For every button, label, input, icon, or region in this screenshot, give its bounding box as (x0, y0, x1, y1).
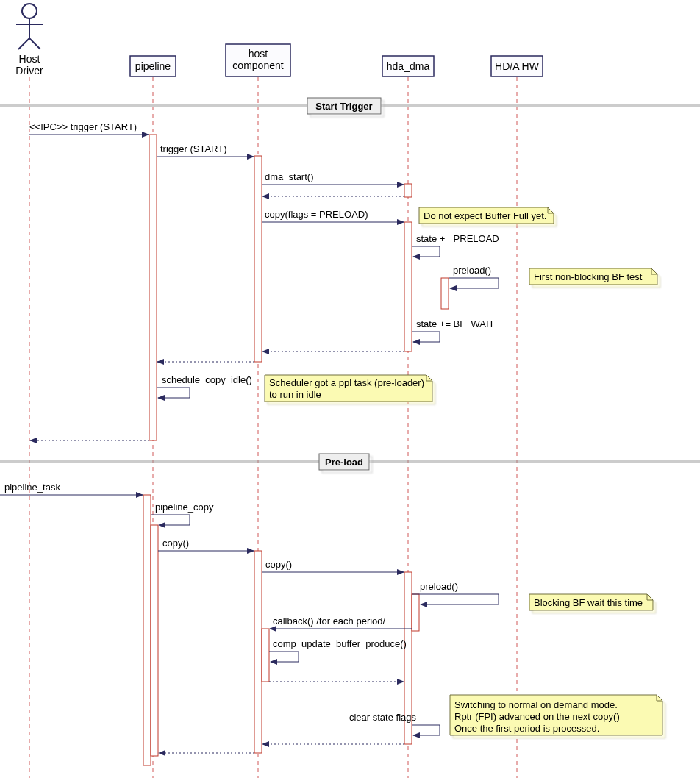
activation-dma-2 (404, 222, 412, 351)
svg-text:state += BF_WAIT: state += BF_WAIT (416, 318, 495, 329)
msg-callback: callback() /for each period/ (270, 615, 412, 629)
actor-host-driver: HostDriver (15, 4, 43, 76)
svg-text:preload(): preload() (420, 581, 458, 592)
note-switching: Switching to normal on demand mode. Rptr… (450, 695, 662, 735)
activation-dma-1 (404, 184, 412, 197)
svg-line-4 (29, 38, 40, 49)
participant-host-component: hostcomponent (226, 44, 290, 76)
svg-text:copy(flags = PRELOAD): copy(flags = PRELOAD) (265, 209, 368, 220)
svg-text:Start Trigger: Start Trigger (315, 101, 372, 112)
svg-text:clear state flags: clear state flags (349, 712, 417, 723)
svg-text:comp_update_buffer_produce(): comp_update_buffer_produce() (273, 638, 407, 649)
divider-pre-load: Pre-load (0, 454, 700, 470)
msg-preload-2: preload() (412, 581, 499, 604)
svg-text:schedule_copy_idle(): schedule_copy_idle() (162, 374, 252, 385)
msg-copy-preload: copy(flags = PRELOAD) (262, 209, 404, 222)
activation-dma-4 (412, 594, 419, 631)
note-blocking-bf: Blocking BF wait this time (529, 594, 653, 610)
svg-text:dma_start(): dma_start() (265, 171, 313, 182)
msg-trigger-start: trigger (START) (157, 143, 254, 157)
svg-text:hda_dma: hda_dma (387, 60, 430, 72)
sequence-diagram: HostDriver pipeline hostcomponent hda_dm… (0, 0, 700, 778)
msg-state-bfwait: state += BF_WAIT (412, 318, 495, 342)
msg-copy-2: copy() (262, 559, 404, 572)
msg-dma-start: dma_start() (262, 171, 404, 196)
svg-text:preload(): preload() (453, 265, 491, 276)
participant-pipeline: pipeline (130, 56, 176, 76)
activation-host-3 (262, 629, 269, 682)
participant-hda-dma: hda_dma (382, 56, 434, 76)
msg-pipeline-task: pipeline_task (0, 482, 143, 495)
svg-text:copy(): copy() (162, 538, 189, 549)
svg-text:<<IPC>> trigger (START): <<IPC>> trigger (START) (29, 121, 137, 132)
svg-text:pipeline_task: pipeline_task (4, 482, 60, 493)
note-buffer-full: Do not expect Buffer Full yet. (419, 207, 554, 224)
note-first-bf-test: First non-blocking BF test (529, 268, 657, 285)
svg-text:Rptr (FPI) advanced on the nex: Rptr (FPI) advanced on the next copy() (454, 711, 620, 722)
svg-text:trigger (START): trigger (START) (160, 143, 227, 154)
svg-rect-35 (441, 278, 449, 309)
svg-text:Once the first period is proce: Once the first period is processed. (454, 723, 599, 734)
svg-text:pipeline: pipeline (135, 60, 171, 72)
svg-text:First non-blocking BF test: First non-blocking BF test (534, 271, 643, 282)
svg-text:Blocking BF wait this time: Blocking BF wait this time (534, 597, 643, 608)
activation-pipeline-2 (143, 495, 151, 765)
msg-ipc-trigger-start: <<IPC>> trigger (START) (29, 121, 149, 135)
msg-schedule-copy-idle: schedule_copy_idle() (157, 374, 252, 398)
svg-text:HD/A HW: HD/A HW (495, 60, 540, 72)
msg-state-preload: state += PRELOAD (412, 233, 499, 257)
activation-host-1 (254, 156, 262, 362)
svg-point-0 (22, 4, 37, 18)
svg-text:copy(): copy() (265, 559, 292, 570)
msg-clear-state: clear state flags (349, 712, 440, 735)
svg-text:callback() /for each period/: callback() /for each period/ (273, 615, 386, 627)
msg-copy-1: copy() (158, 538, 254, 551)
activation-pipeline-1 (149, 135, 157, 440)
msg-comp-update: comp_update_buffer_produce() (269, 638, 407, 662)
participant-hda-hw: HD/A HW (491, 56, 543, 76)
actor-label: HostDriver (15, 53, 43, 76)
svg-text:Pre-load: Pre-load (325, 457, 363, 468)
svg-text:pipeline_copy: pipeline_copy (155, 502, 214, 513)
msg-preload-1: preload() (441, 265, 499, 309)
activation-pipeline-3 (151, 525, 158, 756)
note-scheduler: Scheduler got a ppl task (pre-loader) to… (265, 375, 432, 402)
svg-text:Switching to normal on demand : Switching to normal on demand mode. (454, 699, 618, 710)
msg-pipeline-copy: pipeline_copy (151, 502, 214, 525)
svg-text:to run in idle: to run in idle (269, 389, 321, 400)
svg-line-3 (18, 38, 29, 49)
svg-text:state += PRELOAD: state += PRELOAD (416, 233, 499, 244)
svg-text:Scheduler got a ppl task (pre-: Scheduler got a ppl task (pre-loader) (269, 377, 424, 388)
svg-text:Do not expect Buffer Full yet.: Do not expect Buffer Full yet. (424, 210, 546, 221)
divider-start-trigger: Start Trigger (0, 98, 700, 114)
activation-host-2 (254, 551, 262, 753)
